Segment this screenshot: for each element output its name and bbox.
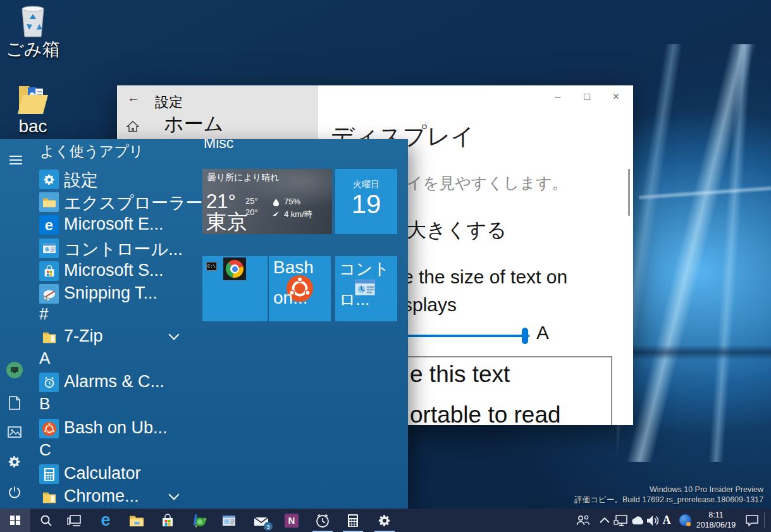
documents-icon[interactable] (6, 395, 23, 411)
taskbar-alarms-button[interactable] (310, 509, 335, 532)
app-folder-tile[interactable]: C:\ (202, 256, 268, 321)
desktop-icon-label: bac (3, 116, 63, 137)
bash-tile[interactable]: Bash on... (269, 256, 331, 321)
wallpaper-light-streak (639, 185, 771, 201)
control-tile-label-line1: コント (339, 258, 390, 280)
recycle-bin-icon (3, 5, 63, 38)
control-panel-icon (39, 238, 59, 258)
start-app-calculator[interactable]: Calculator (38, 463, 197, 486)
tray-ime-mode-button[interactable]: A (659, 509, 674, 532)
ubuntu-icon (39, 419, 59, 438)
start-app-snipping-tool[interactable]: Snipping T... (38, 283, 197, 306)
control-tile-label-line2: ロ... (339, 288, 369, 311)
chevron-down-icon[interactable] (170, 331, 178, 340)
edge-icon: e (39, 215, 59, 235)
bash-tile-label-line1: Bash (273, 257, 314, 278)
taskbar-edge-button[interactable]: e (93, 509, 118, 532)
system-window-icon (222, 515, 236, 526)
nav-item-home[interactable]: ホーム (164, 111, 223, 137)
pictures-icon[interactable] (6, 424, 23, 440)
home-icon (126, 121, 139, 135)
settings-gear-icon[interactable] (6, 454, 23, 470)
windows-logo-icon (10, 516, 20, 526)
task-view-icon (67, 515, 81, 526)
weather-condition: 曇り所により晴れ (207, 172, 280, 183)
window-controls: – □ × (543, 88, 631, 106)
search-icon (40, 514, 52, 527)
action-center-button[interactable] (741, 509, 763, 532)
weather-city: 東京 (206, 208, 248, 234)
chevron-down-icon[interactable] (170, 491, 178, 500)
app-section-c[interactable]: C (38, 440, 197, 462)
taskbar: e 3 N (0, 509, 771, 532)
power-icon[interactable] (6, 484, 23, 500)
mail-unread-badge: 3 (264, 522, 273, 531)
start-app-bash-ubuntu[interactable]: Bash on Ub... (38, 418, 197, 440)
start-button[interactable] (0, 509, 30, 532)
folder-group-icon (39, 327, 59, 347)
taskbar-settings-button[interactable] (372, 509, 397, 532)
weather-high: 25° (245, 196, 258, 206)
maximize-button[interactable]: □ (572, 88, 601, 106)
taskbar-logo-turtle-button[interactable] (187, 509, 212, 532)
tray-clock[interactable]: 8:11 2018/06/19 (694, 510, 737, 530)
tile-group-label[interactable]: Misc (204, 139, 233, 152)
taskbar-store-button[interactable] (155, 509, 180, 532)
people-icon (576, 515, 590, 526)
text-size-slider-thumb[interactable] (522, 328, 528, 344)
hamburger-menu-icon[interactable] (9, 156, 22, 164)
edge-icon: e (101, 512, 110, 529)
calendar-tile[interactable]: 火曜日 19 (335, 169, 397, 234)
start-app-settings[interactable]: 設定 (38, 168, 197, 191)
network-icon (614, 515, 627, 526)
taskbar-calculator-button[interactable] (340, 509, 366, 532)
start-app-alarms-clock[interactable]: Alarms & C... (38, 371, 197, 394)
start-app-chrome-group[interactable]: Chrome... (38, 486, 197, 509)
start-app-control-panel[interactable]: コントロール... (38, 237, 197, 260)
action-center-icon (745, 515, 759, 526)
start-app-explorer[interactable]: エクスプローラー (38, 191, 197, 214)
slider-sample-letter: A (536, 322, 549, 343)
taskbar-explorer-button[interactable] (124, 509, 149, 532)
insider-watermark: Windows 10 Pro Insider Preview 評価コピー。Bui… (574, 485, 763, 505)
app-section-b[interactable]: B (38, 394, 197, 416)
tray-app-sphere-button[interactable] (675, 509, 694, 532)
back-button[interactable]: ← (127, 90, 140, 105)
scrollbar-thumb[interactable] (628, 169, 630, 216)
tray-sphere-icon (679, 514, 691, 526)
start-menu: よく使うアプリ 設定 エクスプローラー e Microsoft E... コント… (0, 139, 408, 509)
alarm-clock-icon (315, 513, 330, 528)
taskbar-onenote-button[interactable]: N (279, 509, 304, 532)
bash-tile-label-line2: on... (273, 288, 307, 308)
frequent-apps-header: よく使うアプリ (40, 142, 144, 161)
sample-text-line2: ortable to read (410, 402, 561, 425)
show-desktop-button[interactable] (765, 509, 771, 532)
screen: ごみ箱 bac Windows 10 Pro Insider Preview 評… (0, 0, 771, 532)
taskbar-mail-button[interactable]: 3 (249, 509, 274, 532)
folder-books-icon (3, 80, 63, 115)
tray-time: 8:11 (694, 510, 737, 521)
user-avatar[interactable] (6, 362, 23, 378)
control-panel-tile[interactable]: コント ロ... (335, 256, 397, 321)
desktop-icon-recycle-bin[interactable]: ごみ箱 (3, 5, 63, 59)
app-section-a[interactable]: A (38, 349, 197, 370)
start-app-7zip-group[interactable]: 7-Zip (38, 326, 197, 349)
chrome-icon (223, 257, 246, 280)
start-app-microsoft-edge[interactable]: e Microsoft E... (38, 214, 197, 237)
app-section-hash[interactable]: # (38, 304, 197, 326)
snipping-tool-icon (39, 284, 59, 304)
task-view-button[interactable] (61, 509, 87, 532)
wallpaper-dark-band (632, 345, 771, 360)
taskbar-system-window-button[interactable] (216, 509, 242, 532)
desktop-icon-label: ごみ箱 (3, 39, 63, 59)
tray-people-button[interactable] (572, 509, 595, 532)
desktop-icon-bac-folder[interactable]: bac (3, 80, 63, 137)
folder-group-icon (39, 487, 59, 507)
close-button[interactable]: × (601, 88, 631, 106)
start-app-microsoft-store[interactable]: Microsoft S... (38, 260, 197, 283)
minimize-button[interactable]: – (543, 88, 572, 106)
taskbar-search-button[interactable] (34, 509, 59, 532)
weather-tile[interactable]: 曇り所により晴れ 21° 東京 25° 20° 75% 4 km/時 (202, 169, 332, 234)
tray-network-button[interactable] (611, 509, 630, 532)
store-icon (39, 261, 59, 281)
